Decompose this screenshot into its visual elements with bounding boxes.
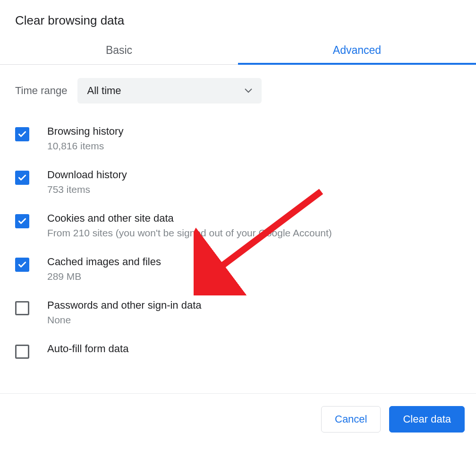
option-browsing-history: Browsing history 10,816 items (15, 117, 461, 160)
options-list: Browsing history 10,816 items Download h… (0, 112, 476, 367)
dialog-footer: Cancel Clear data (0, 393, 476, 433)
checkbox-browsing-history[interactable] (15, 127, 29, 141)
tab-basic[interactable]: Basic (0, 36, 238, 64)
option-sub: 753 items (47, 184, 127, 195)
clear-data-button[interactable]: Clear data (389, 406, 465, 433)
option-cookies: Cookies and other site data From 210 sit… (15, 204, 461, 247)
option-sub: From 210 sites (you won't be signed out … (47, 227, 332, 239)
checkbox-cookies[interactable] (15, 214, 29, 228)
option-sub: None (47, 314, 202, 326)
checkbox-passwords[interactable] (15, 301, 29, 315)
tab-bar: Basic Advanced (0, 36, 476, 65)
option-title: Browsing history (47, 125, 123, 138)
option-cached-images: Cached images and files 289 MB (15, 247, 461, 291)
option-title: Passwords and other sign-in data (47, 299, 202, 312)
time-range-label: Time range (15, 85, 67, 97)
option-title: Download history (47, 169, 127, 181)
option-autofill: Auto-fill form data (15, 334, 461, 367)
option-passwords: Passwords and other sign-in data None (15, 291, 461, 334)
option-sub: 10,816 items (47, 140, 123, 152)
dialog-title: Clear browsing data (0, 0, 476, 36)
chevron-down-icon (245, 87, 252, 95)
time-range-select[interactable]: All time (77, 78, 262, 104)
option-title: Cached images and files (47, 256, 161, 268)
time-range-value: All time (87, 85, 121, 97)
checkbox-cached-images[interactable] (15, 258, 29, 272)
option-title: Cookies and other site data (47, 212, 332, 225)
time-range-row: Time range All time (0, 65, 476, 112)
checkbox-download-history[interactable] (15, 171, 29, 185)
option-download-history: Download history 753 items (15, 160, 461, 204)
tab-advanced[interactable]: Advanced (238, 36, 476, 64)
checkbox-autofill[interactable] (15, 345, 29, 359)
option-title: Auto-fill form data (47, 343, 128, 355)
option-sub: 289 MB (47, 271, 161, 282)
cancel-button[interactable]: Cancel (321, 406, 381, 433)
